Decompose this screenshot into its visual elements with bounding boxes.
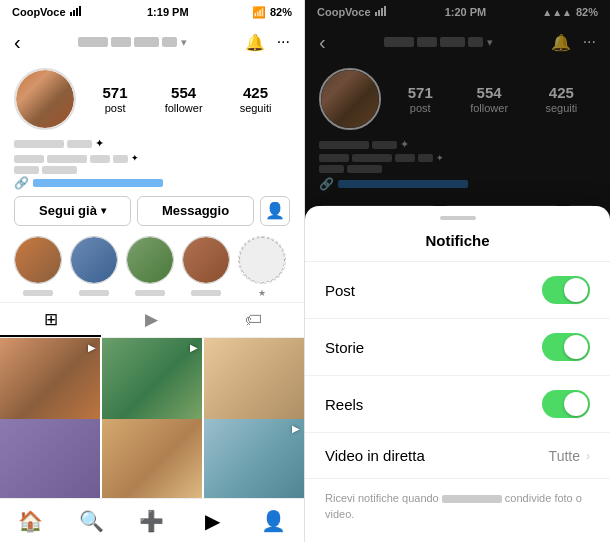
profile-tab-left[interactable]: 👤 [243,509,304,533]
sheet-footer: Ricevi notifiche quando condivide foto o… [305,479,610,522]
notif-reels-toggle[interactable] [542,390,590,418]
add-person-button-left[interactable]: 👤 [260,196,290,226]
more-icon-left[interactable]: ··· [277,33,290,51]
stat-followers-left[interactable]: 554 follower [165,84,203,114]
back-button-right[interactable]: ‹ [319,31,326,54]
signal-icon-right [375,6,389,18]
svg-rect-5 [378,10,380,16]
svg-rect-3 [79,6,81,16]
stat-posts-left: 571 post [103,84,128,114]
tab-tagged-left[interactable]: 🏷 [203,303,304,337]
highlight-4-left[interactable] [182,236,230,298]
sheet-handle[interactable] [440,216,476,220]
back-button-left[interactable]: ‹ [14,31,21,54]
avatar-left[interactable] [14,68,76,130]
notif-video-value: Tutte › [549,448,590,464]
username-center-right: ▾ [384,36,493,49]
notif-reels-label: Reels [325,396,363,413]
nav-right-icons-right: 🔔 ··· [551,33,596,52]
reel-badge-6: ▶ [292,423,300,434]
grid-item-5[interactable] [102,419,202,498]
highlight-3-left[interactable] [126,236,174,298]
message-button-left[interactable]: Messaggio [137,196,254,226]
battery-right: 82% [576,6,598,18]
grid-item-6[interactable]: ▶ [204,419,304,498]
link-icon-left: 🔗 [14,176,29,190]
photo-grid-left: ▶ ▶ ▶ [0,338,304,498]
top-nav-left: ‹ ▾ 🔔 ··· [0,22,304,60]
stat-posts-right: 571 post [408,84,433,114]
battery-left: 82% [270,6,292,18]
highlight-5-left[interactable]: ★ [238,236,286,298]
tab-reels-left[interactable]: ▶ [101,303,202,337]
add-person-icon-left: 👤 [265,201,285,220]
bottom-nav-left: 🏠 🔍 ➕ ▶ 👤 [0,498,304,542]
follow-button-left[interactable]: Segui già ▾ [14,196,131,226]
tabs-row-left: ⊞ ▶ 🏷 [0,302,304,338]
notif-row-storie: Storie [305,319,610,376]
add-tab-left[interactable]: ➕ [122,509,183,533]
notification-sheet: Notifiche Post Storie Reels Video in dir… [305,206,610,542]
svg-rect-1 [73,10,75,16]
action-buttons-left: Segui già ▾ Messaggio 👤 [0,190,304,232]
chevron-right-icon: › [586,449,590,463]
svg-rect-6 [381,8,383,16]
reels-tab-left[interactable]: ▶ [182,509,243,533]
notif-post-label: Post [325,282,355,299]
status-bar-right: CoopVoce 1:20 PM ▲▲▲ 82% [305,0,610,22]
sheet-title: Notifiche [305,228,610,262]
grid-icon-left: ⊞ [44,309,58,330]
reel-badge-2: ▶ [190,342,198,353]
more-icon-right[interactable]: ··· [583,33,596,51]
avatar-right[interactable] [319,68,381,130]
notif-storie-label: Storie [325,339,364,356]
reel-badge-1: ▶ [88,342,96,353]
reels-icon-left: ▶ [145,309,158,330]
notif-row-video[interactable]: Video in diretta Tutte › [305,433,610,479]
notif-storie-toggle[interactable] [542,333,590,361]
bell-icon-right[interactable]: 🔔 [551,33,571,52]
profile-top-left: 571 post 554 follower 425 seguiti [14,68,290,130]
tab-grid-left[interactable]: ⊞ [0,303,101,337]
svg-rect-2 [76,8,78,16]
stat-followers-right[interactable]: 554 follower [470,84,508,114]
username-center-left: ▾ [78,36,187,49]
nav-right-icons-left: 🔔 ··· [245,33,290,52]
tagged-icon-left: 🏷 [245,310,262,330]
profile-top-right: 571 post 554 follower 425 seguiti [319,68,596,130]
svg-rect-0 [70,12,72,16]
profile-section-left: 571 post 554 follower 425 seguiti [0,60,304,136]
notif-row-reels: Reels [305,376,610,433]
grid-item-4[interactable] [0,419,100,498]
top-nav-right: ‹ ▾ 🔔 ··· [305,22,610,60]
time-left: 1:19 PM [147,6,189,18]
bio-section-left: ✦ ✦ 🔗 [0,136,304,190]
bell-icon-left[interactable]: 🔔 [245,33,265,52]
notif-post-toggle[interactable] [542,276,590,304]
notif-video-label: Video in diretta [325,447,425,464]
signal-icon-left [70,6,84,18]
stat-following-right[interactable]: 425 seguiti [545,84,577,114]
search-tab-left[interactable]: 🔍 [61,509,122,533]
stats-left: 571 post 554 follower 425 seguiti [84,84,290,114]
highlights-row-left: ★ [0,232,304,302]
svg-rect-4 [375,12,377,16]
highlight-1-left[interactable] [14,236,62,298]
svg-rect-7 [384,6,386,16]
status-bar-left: CoopVoce 1:19 PM 📶 82% [0,0,304,22]
home-tab-left[interactable]: 🏠 [0,509,61,533]
highlight-2-left[interactable] [70,236,118,298]
footer-text: Ricevi notifiche quando [325,492,442,504]
stat-following-left[interactable]: 425 seguiti [240,84,272,114]
carrier-right: CoopVoce [317,6,371,18]
notif-row-post: Post [305,262,610,319]
carrier-left: CoopVoce [12,6,66,18]
wifi-icon-left: 📶 [252,6,266,19]
stats-right: 571 post 554 follower 425 seguiti [389,84,596,114]
link-line-left[interactable]: 🔗 [14,176,290,190]
time-right: 1:20 PM [445,6,487,18]
wifi-icon-right: ▲▲▲ [542,7,572,18]
